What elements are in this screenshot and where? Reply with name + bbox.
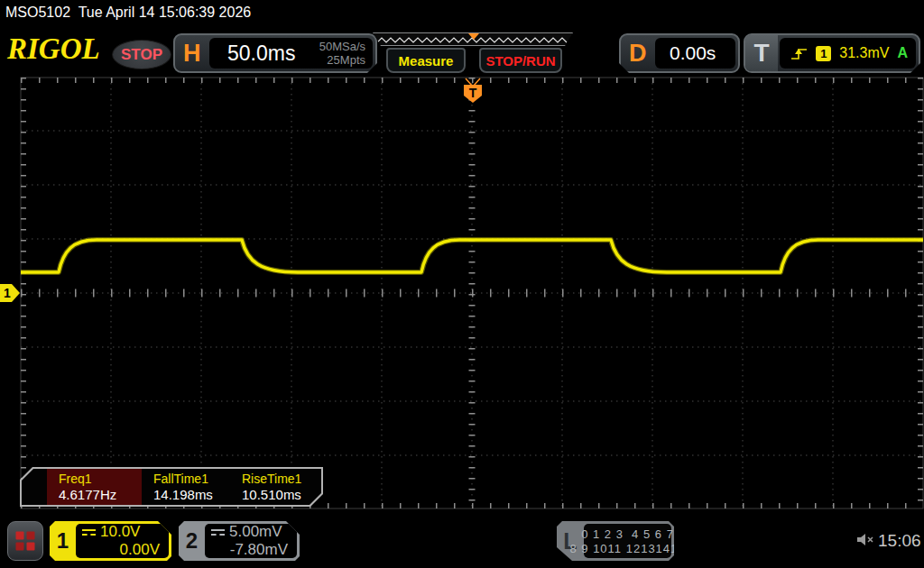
run-state-indicator[interactable]: STOP	[112, 40, 171, 69]
svg-text:T: T	[469, 86, 477, 100]
trigger-source-badge: 1	[816, 46, 831, 61]
samplerate-value: 50MSa/s	[319, 40, 365, 53]
trigger-field: 1 31.3mV A	[780, 38, 916, 69]
measurement-results-inner: Freq1 4.6177Hz FallTime1 14.198ms RiseTi…	[22, 469, 321, 505]
channel-1-number: 1	[50, 521, 76, 561]
trigger-label: T	[745, 35, 778, 71]
speaker-muted-icon[interactable]	[855, 532, 875, 547]
channel-1-scale: 10.0V	[100, 523, 140, 541]
measurement-value: 14.198ms	[153, 487, 230, 502]
measurement-falltime1[interactable]: FallTime1 14.198ms	[142, 469, 230, 505]
clock-time: 15:06	[878, 531, 921, 551]
channel-1-offset: 0.00V	[76, 541, 169, 559]
logic-row-1: 0 1 2 3 4 5 6 7	[581, 527, 674, 541]
delay-panel[interactable]: D 0.00s	[619, 33, 740, 73]
timebase-value: 50.0ms	[209, 41, 319, 66]
trigger-level-value: 31.3mV	[839, 45, 889, 61]
dc-coupling-icon	[82, 529, 96, 536]
memory-position-bar[interactable]	[373, 32, 573, 46]
logic-channel-numbers: 0 1 2 3 4 5 6 7 8 9 1011 12131415	[584, 524, 671, 558]
rising-edge-trigger-icon	[790, 45, 808, 61]
delay-field: 0.00s	[655, 38, 735, 69]
measurement-label: RiseTime1	[242, 472, 320, 486]
channel-1-values: 10.0V 0.00V	[76, 524, 169, 558]
waveform-display-area[interactable]: T1	[0, 77, 924, 509]
rigol-logo: RIGOL	[7, 32, 100, 66]
menu-grid-icon	[16, 532, 35, 551]
channel-1-block[interactable]: 1 10.0V 0.00V	[50, 521, 171, 561]
model-datetime-text: MSO5102 Tue April 14 15:06:39 2026	[5, 5, 251, 21]
memdepth-value: 25Mpts	[327, 53, 365, 67]
logic-row-2: 8 9 1011 12131415	[569, 542, 685, 555]
logic-channels-block[interactable]: L 0 1 2 3 4 5 6 7 8 9 1011 12131415	[557, 521, 674, 561]
channel-2-values: 5.00mV -7.80mV	[205, 524, 297, 558]
samplerate-memdepth: 50MSa/s25Mpts	[319, 40, 373, 67]
horizontal-panel[interactable]: H 50.0ms 50MSa/s25Mpts	[173, 33, 377, 73]
measurement-freq1[interactable]: Freq1 4.6177Hz	[47, 469, 142, 505]
delay-value: 0.00s	[655, 42, 716, 64]
delay-label: D	[629, 40, 647, 68]
measure-button[interactable]: Measure	[386, 48, 466, 73]
measurement-label: FallTime1	[153, 472, 230, 486]
trigger-panel[interactable]: T 1 31.3mV A	[744, 33, 920, 73]
horizontal-field: 50.0ms 50MSa/s25Mpts	[209, 38, 373, 69]
menu-button[interactable]	[7, 521, 43, 561]
measurement-results-box[interactable]: Freq1 4.6177Hz FallTime1 14.198ms RiseTi…	[20, 467, 323, 507]
graticule-and-waveform: T1	[0, 77, 924, 509]
measurement-risetime1[interactable]: RiseTime1 10.510ms	[230, 469, 320, 505]
svg-text:1: 1	[4, 286, 11, 300]
stop-run-button[interactable]: STOP/RUN	[479, 48, 562, 73]
channel-2-number: 2	[179, 521, 205, 561]
horizontal-label: H	[183, 40, 201, 68]
oscilloscope-screen: MSO5102 Tue April 14 15:06:39 2026 RIGOL…	[0, 0, 924, 568]
measurement-value: 4.6177Hz	[59, 487, 142, 502]
trigger-mode-auto: A	[897, 45, 908, 61]
memory-trigger-position-icon	[468, 33, 479, 40]
measurement-label: Freq1	[59, 472, 142, 486]
channel-2-offset: -7.80mV	[205, 541, 297, 559]
channel-2-scale: 5.00mV	[229, 523, 282, 541]
channel-2-block[interactable]: 2 5.00mV -7.80mV	[179, 521, 300, 561]
dc-coupling-icon	[211, 529, 225, 536]
measurement-value: 10.510ms	[242, 487, 320, 502]
